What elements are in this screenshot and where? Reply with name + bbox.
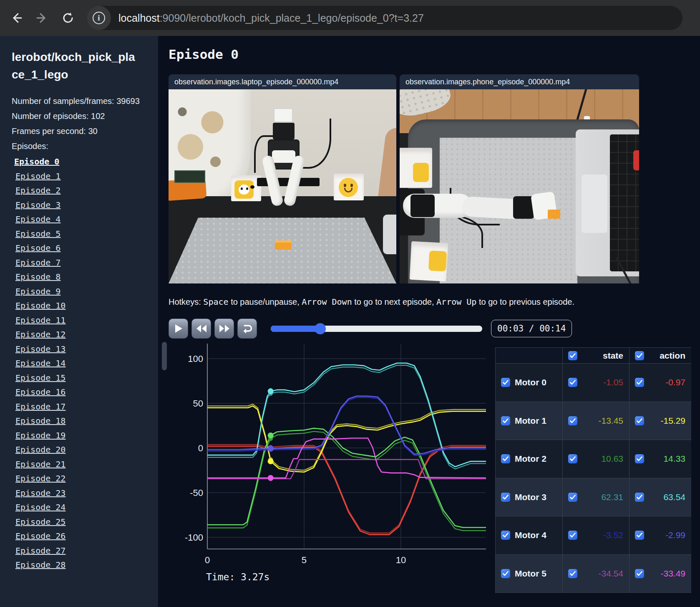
sidebar-episode-link[interactable]: Episode 24: [12, 500, 158, 515]
checkbox-checked[interactable]: [635, 416, 644, 425]
robot-joint: [410, 195, 435, 217]
checkbox-checked[interactable]: [568, 416, 577, 425]
motor-action-value: 14.33: [629, 440, 691, 478]
sidebar-episode-link[interactable]: Episode 19: [12, 428, 158, 443]
checkbox-checked[interactable]: [568, 531, 577, 540]
checkbox-checked[interactable]: [568, 351, 577, 360]
sidebar-episode-link[interactable]: Episode 16: [12, 385, 158, 400]
sidebar-episode-link[interactable]: Episode 22: [12, 471, 158, 486]
sidebar-episode-link[interactable]: Episode 15: [12, 371, 158, 385]
motor-state-value: -1.05: [563, 364, 629, 402]
motor-state-value: 10.63: [563, 440, 629, 478]
fast-forward-button[interactable]: [214, 319, 234, 339]
video-phone[interactable]: [400, 89, 639, 283]
video-title-phone: observation.images.phone_episode_000000.…: [400, 74, 639, 89]
sidebar-episode-link[interactable]: Episode 7: [12, 255, 158, 270]
hotkey-space: Space: [203, 297, 228, 307]
video-card-laptop: observation.images.laptop_episode_000000…: [169, 74, 396, 283]
sidebar-episode-link[interactable]: Episode 2: [12, 183, 158, 198]
y-tick-label: 0: [198, 443, 203, 453]
checkbox-checked[interactable]: [635, 378, 644, 387]
sidebar-episode-link[interactable]: Episode 18: [12, 414, 158, 428]
sidebar-episode-link[interactable]: Episode 20: [12, 443, 158, 457]
motor-row-name: Motor 0: [496, 364, 563, 402]
checkbox-checked[interactable]: [568, 454, 577, 463]
loop-button[interactable]: [237, 319, 257, 339]
red-object: [633, 150, 639, 170]
play-button[interactable]: [169, 319, 188, 339]
sidebar-episode-link[interactable]: Episode 27: [12, 544, 158, 558]
sidebar-episode-link[interactable]: Episode 11: [12, 313, 158, 328]
dataset-title: lerobot/koch_pick_place_1_lego: [12, 48, 141, 83]
dataset-info: Number of samples/frames: 39693Number of…: [12, 94, 143, 154]
checkbox-checked[interactable]: [635, 531, 644, 540]
seek-slider-thumb[interactable]: [315, 323, 326, 334]
checkbox-checked[interactable]: [635, 454, 644, 463]
browser-toolbar: i localhost:9090/lerobot/koch_pick_place…: [0, 0, 700, 36]
site-info-button[interactable]: i: [87, 6, 111, 30]
sidebar-episode-link[interactable]: Episode 6: [12, 241, 158, 255]
checkbox-checked[interactable]: [635, 351, 644, 360]
rewind-button[interactable]: [191, 319, 211, 339]
checkbox-checked[interactable]: [501, 378, 510, 387]
motor-action-value: -33.49: [629, 555, 691, 593]
sidebar-episode-link[interactable]: Episode 9: [12, 284, 158, 299]
sidebar-episode-link[interactable]: Episode 14: [12, 356, 158, 371]
address-bar[interactable]: i localhost:9090/lerobot/koch_pick_place…: [87, 6, 682, 30]
sidebar-episode-link[interactable]: Episode 12: [12, 327, 158, 342]
line-state-motor-5: [207, 460, 486, 479]
sidebar-episode-link[interactable]: Episode 3: [12, 198, 158, 212]
video-laptop[interactable]: [169, 89, 396, 283]
y-tick-label: -100: [185, 532, 203, 543]
sidebar-episode-link[interactable]: Episode 17: [12, 400, 158, 414]
sidebar-episode-link[interactable]: Episode 21: [12, 457, 158, 472]
checkbox-checked[interactable]: [501, 493, 510, 502]
reload-icon[interactable]: [58, 8, 78, 28]
sidebar-episode-link[interactable]: Episode 25: [12, 515, 158, 529]
checkbox-checked[interactable]: [635, 493, 644, 502]
sidebar-episode-link[interactable]: Episode 23: [12, 486, 158, 501]
sidebar-episode-link[interactable]: Episode 0: [12, 154, 158, 169]
line-state-motor-1: [207, 404, 486, 470]
y-tick-label: 100: [188, 354, 203, 364]
hotkey-arrow-up: Arrow Up: [436, 297, 476, 307]
sidebar-episode-link[interactable]: Episode 8: [12, 270, 158, 284]
sidebar-episode-link[interactable]: Episode 5: [12, 227, 158, 241]
checkbox-checked[interactable]: [568, 378, 577, 387]
seek-slider[interactable]: [271, 326, 482, 332]
sidebar-episode-link[interactable]: Episode 26: [12, 529, 158, 544]
motor-state-value: 62.31: [563, 478, 629, 517]
back-icon[interactable]: [7, 8, 26, 28]
checkbox-checked[interactable]: [501, 569, 510, 578]
episode-list: Episode 0Episode 1Episode 2Episode 3Epis…: [12, 154, 158, 572]
checkbox-checked[interactable]: [501, 531, 510, 540]
forward-icon[interactable]: [33, 8, 52, 28]
dataset-info-line: Number of episodes: 102: [12, 109, 143, 124]
current-time-dot-action: [268, 458, 274, 464]
motor-row-name: Motor 1: [496, 402, 563, 440]
checkbox-checked[interactable]: [501, 454, 510, 463]
checkbox-checked[interactable]: [635, 569, 644, 578]
dataset-info-line: Number of samples/frames: 39693: [12, 94, 143, 109]
x-tick-label: 5: [302, 555, 307, 565]
sidebar-episode-link[interactable]: Episode 10: [12, 298, 158, 313]
dataset-info-line: Episodes:: [12, 139, 143, 154]
url-host: localhost: [118, 12, 160, 24]
scrollbar-thumb[interactable]: [162, 342, 167, 370]
robot-joint: [513, 196, 534, 219]
sidebar-episode-link[interactable]: Episode 1: [12, 169, 158, 184]
motor-row-name: Motor 3: [496, 478, 563, 517]
checkbox-checked[interactable]: [501, 416, 510, 425]
sidebar-episode-link[interactable]: Episode 28: [12, 558, 158, 572]
motor-row-name: Motor 5: [496, 555, 563, 593]
action-column-header: action: [629, 348, 691, 364]
sidebar-episode-link[interactable]: Episode 13: [12, 342, 158, 357]
motor-chart[interactable]: 100500-50-1000510Time: 3.27s: [169, 344, 492, 594]
trackpad: [582, 175, 607, 233]
url-text[interactable]: localhost:9090/lerobot/koch_pick_place_1…: [118, 12, 424, 24]
checkbox-checked[interactable]: [568, 493, 577, 502]
lerobot-dataset-visualizer: i localhost:9090/lerobot/koch_pick_place…: [0, 0, 700, 607]
huggingface-box: [334, 174, 364, 200]
sidebar-episode-link[interactable]: Episode 4: [12, 212, 158, 227]
checkbox-checked[interactable]: [568, 569, 577, 578]
